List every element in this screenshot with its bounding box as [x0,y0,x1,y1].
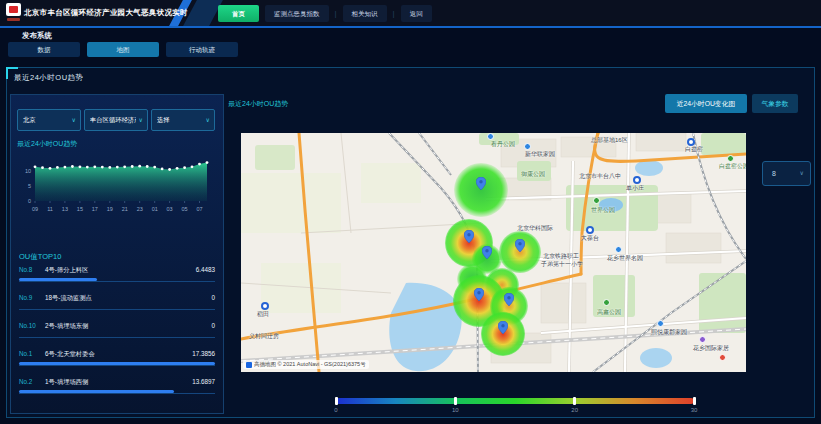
ou-change-map-button[interactable]: 近24小时OU变化图 [665,94,747,113]
nav-item-4[interactable]: 返回 [401,5,432,22]
top10-value: 0 [211,294,215,301]
svg-text:23: 23 [137,206,143,212]
main-nav: 首页监测点恶臭指数|相关知识|返回 [218,4,432,22]
top10-rank: No.10 [19,322,36,329]
svg-text:19: 19 [107,206,113,212]
publish-tab-1[interactable]: 数据 [8,42,80,57]
app-logo-subtext [7,18,20,21]
publish-tab-3[interactable]: 行动轨迹 [166,42,238,57]
map-section-title: 最近24小时OU趋势 [228,99,288,109]
map-place-label: 大葆台 [581,235,599,242]
select-value: 选择 [157,110,170,130]
map-place-label: 熙悦康郡家园 [651,329,687,336]
map-pin-marker[interactable] [464,230,474,243]
map-attribution: 高德地图 © 2021 AutoNavi - GS(2021)6375号 [243,360,369,369]
map-pin-marker[interactable] [498,321,508,334]
top10-title: OU值TOP10 [19,252,61,262]
weather-params-button[interactable]: 气象参数 [752,94,798,113]
park-icon [727,155,734,162]
top10-bar-fill [19,390,174,393]
svg-text:10: 10 [25,168,31,174]
legend-tick-mark [335,397,338,405]
map-layer-dropdown[interactable]: 8 ∨ [762,161,811,186]
svg-text:13: 13 [62,206,68,212]
map-pin-marker[interactable] [476,177,486,190]
top10-site-name: 1号-填埋场西侧 [45,378,88,387]
poi-icon [657,320,664,327]
select-value: 北京 [23,110,36,130]
map-place-label: 新华联家园 [525,151,555,158]
metro-icon [586,226,594,234]
poi-icon [615,246,622,253]
mall-icon [699,336,706,343]
map-pin-marker[interactable] [474,288,484,301]
legend-tick-label: 10 [443,407,467,413]
nav-item-2[interactable]: 监测点恶臭指数 [265,5,329,22]
map-place-label: 白盆窑 [685,146,703,153]
svg-text:01: 01 [152,206,158,212]
top10-row: No.16号-北天堂村委会17.3856 [11,350,223,372]
top10-bar-track [19,390,215,394]
publish-tab-2[interactable]: 地图 [87,42,159,57]
park-icon [603,299,610,306]
map-place-label: 稻田 [257,311,269,318]
legend-tick-mark [454,397,457,405]
map-canvas[interactable]: 看丹公园总部基地16区新华联家园御康公园北京市丰台八中白盆窑白盆窑公园单小庄世界… [241,133,746,372]
nav-item-3[interactable]: 相关知识 [343,5,387,22]
panel-title: 最近24小时OU趋势 [14,73,84,83]
heatmap-blob-mid [499,231,541,273]
dashboard-root: 北京市丰台区循环经济产业园大气恶臭状况实时 首页监测点恶臭指数|相关知识|返回 … [0,0,821,424]
poi-icon [719,354,726,361]
map-place-label: 北京铁路职工 [543,253,579,260]
top10-value: 6.4483 [196,266,215,273]
filter-select-2[interactable]: 丰台区循环经济产∨ [84,109,148,131]
dropdown-value: 8 [772,162,776,185]
top10-row: No.102号-填埋场东侧0 [11,322,223,344]
map-place-label: 花乡国际家居 [693,345,729,352]
heatmap-blob-high [481,312,525,356]
nav-separator: | [393,9,395,18]
park-icon [593,197,600,204]
top10-value: 0 [211,322,215,329]
top10-site-name: 18号-流动监测点 [45,294,92,303]
heatmap-blob-low [454,163,508,217]
nav-item-1[interactable]: 首页 [218,5,259,22]
left-panel: 北京∨丰台区循环经济产∨选择∨ 最近24小时OU趋势 0510091113151… [10,94,224,414]
top10-rank: No.2 [19,378,32,385]
svg-text:09: 09 [32,206,38,212]
svg-text:07: 07 [196,206,202,212]
trend-chart-title: 最近24小时OU趋势 [17,139,77,149]
poi-icon [487,133,494,140]
map-pin-marker[interactable] [515,239,525,252]
svg-text:03: 03 [167,206,173,212]
filter-select-1[interactable]: 北京∨ [17,109,81,131]
map-place-label: 义村回迁房 [249,333,279,340]
filter-select-3[interactable]: 选择∨ [151,109,215,131]
select-value: 丰台区循环经济产 [90,110,136,130]
amap-logo-icon [246,362,252,368]
metro-icon [633,176,641,184]
top10-bar-fill [19,362,215,365]
metro-icon [687,138,695,146]
top10-bar-track [19,278,215,282]
map-pin-marker[interactable] [504,293,514,306]
publish-tabs: 数据地图行动轨迹 [8,42,238,57]
chevron-down-icon: ∨ [72,110,76,130]
app-header: 北京市丰台区循环经济产业园大气恶臭状况实时 首页监测点恶臭指数|相关知识|返回 [0,0,821,28]
top10-bar-track [19,362,215,366]
filter-selects: 北京∨丰台区循环经济产∨选择∨ [17,109,215,131]
top10-site-name: 4号-筛分上料区 [45,266,88,275]
svg-text:11: 11 [47,206,53,212]
top10-bar-fill [19,278,97,281]
nav-separator: | [335,9,337,18]
map-place-label: 总部基地16区 [591,137,628,144]
map-pin-marker[interactable] [482,246,492,259]
top10-row: No.84号-筛分上料区6.4483 [11,266,223,288]
map-place-label: 御康公园 [521,171,545,178]
legend-tick-mark [693,397,696,405]
svg-text:05: 05 [182,206,188,212]
svg-text:5: 5 [28,183,31,189]
top10-rank: No.9 [19,294,32,301]
ou-trend-chart: 0510091113151719212301030507 [11,151,223,215]
top10-site-name: 6号-北天堂村委会 [45,350,95,359]
